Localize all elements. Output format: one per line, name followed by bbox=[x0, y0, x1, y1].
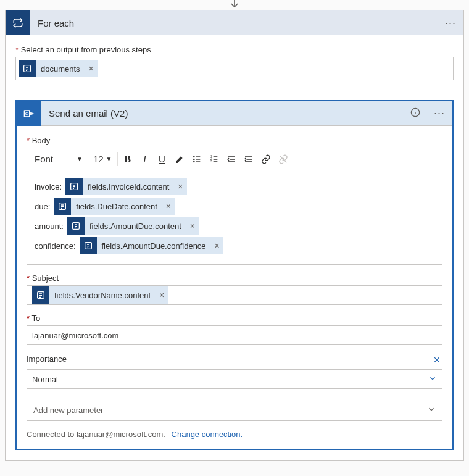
remove-token-button[interactable]: × bbox=[211, 241, 223, 251]
svg-point-4 bbox=[26, 112, 28, 114]
output-label: Select an output from previous steps bbox=[15, 45, 454, 54]
remove-token-button[interactable]: × bbox=[174, 182, 186, 191]
subject-label: Subject bbox=[27, 273, 442, 283]
indent-button[interactable] bbox=[240, 151, 257, 168]
dynamic-content-icon bbox=[32, 286, 49, 304]
remove-token-button[interactable]: × bbox=[162, 201, 175, 211]
loop-icon bbox=[6, 10, 30, 35]
bullet-list-button[interactable] bbox=[188, 151, 205, 168]
editor-toolbar: Font ▼ 12 ▼ B I U bbox=[27, 148, 442, 170]
italic-button[interactable]: I bbox=[136, 151, 154, 168]
link-button[interactable] bbox=[257, 151, 275, 168]
send-email-menu-button[interactable]: ··· bbox=[426, 107, 452, 120]
connection-status: Connected to lajanuar@microsoft.com. Cha… bbox=[27, 430, 442, 439]
body-content[interactable]: invoice: fields.InvoiceId.content × due: bbox=[27, 170, 442, 264]
send-email-title: Send an email (V2) bbox=[41, 108, 404, 119]
outdent-button[interactable] bbox=[223, 151, 240, 168]
token-invoice[interactable]: fields.InvoiceId.content × bbox=[65, 178, 186, 195]
token-amount[interactable]: fields.AmountDue.content × bbox=[67, 217, 199, 235]
dynamic-content-icon bbox=[80, 237, 97, 254]
send-email-header[interactable]: Send an email (V2) ··· bbox=[17, 101, 452, 126]
svg-point-8 bbox=[193, 161, 194, 162]
bold-button[interactable]: B bbox=[119, 151, 136, 168]
dynamic-content-icon bbox=[19, 60, 36, 77]
token-subject[interactable]: fields.VendorName.content × bbox=[32, 286, 168, 304]
remove-token-button[interactable]: × bbox=[85, 64, 98, 73]
unlink-button bbox=[275, 151, 292, 168]
for-each-header[interactable]: For each ··· bbox=[6, 10, 463, 35]
to-label: To bbox=[27, 314, 442, 323]
dynamic-content-icon bbox=[65, 178, 83, 195]
body-label: Body bbox=[27, 136, 442, 145]
add-parameter-dropdown[interactable]: Add new parameter bbox=[27, 399, 442, 421]
svg-text:3: 3 bbox=[210, 160, 212, 163]
svg-point-6 bbox=[193, 156, 194, 157]
outlook-icon bbox=[17, 101, 41, 126]
for-each-menu-button[interactable]: ··· bbox=[438, 17, 463, 30]
change-connection-link[interactable]: Change connection. bbox=[172, 430, 243, 439]
dynamic-content-icon bbox=[54, 198, 71, 215]
info-icon[interactable] bbox=[404, 107, 426, 119]
remove-token-button[interactable]: × bbox=[186, 221, 199, 231]
importance-label: Importance bbox=[27, 354, 67, 364]
output-input[interactable]: documents × bbox=[15, 57, 454, 80]
to-input[interactable]: lajanuar@microsoft.com bbox=[27, 325, 442, 345]
font-select[interactable]: Font ▼ bbox=[31, 154, 86, 164]
token-due[interactable]: fields.DueDate.content × bbox=[54, 198, 175, 215]
token-documents[interactable]: documents × bbox=[19, 60, 98, 77]
numbered-list-button[interactable]: 123 bbox=[205, 151, 223, 168]
body-editor: Font ▼ 12 ▼ B I U bbox=[27, 148, 442, 265]
font-size-select[interactable]: 12 ▼ bbox=[89, 154, 116, 164]
svg-point-7 bbox=[193, 159, 194, 159]
for-each-card: For each ··· Select an output from previ… bbox=[5, 10, 464, 461]
subject-input[interactable]: fields.VendorName.content × bbox=[27, 285, 442, 305]
send-email-card: Send an email (V2) ··· Body Font ▼ bbox=[15, 100, 454, 450]
chevron-down-icon bbox=[428, 374, 437, 385]
remove-importance-button[interactable]: × bbox=[431, 354, 442, 367]
highlight-button[interactable] bbox=[171, 151, 188, 168]
underline-button[interactable]: U bbox=[154, 151, 171, 168]
importance-dropdown[interactable]: Normal bbox=[27, 369, 442, 389]
chevron-down-icon bbox=[427, 405, 436, 415]
dynamic-content-icon bbox=[67, 217, 85, 235]
token-confidence[interactable]: fields.AmountDue.confidence × bbox=[80, 237, 223, 254]
remove-token-button[interactable]: × bbox=[156, 290, 168, 300]
for-each-title: For each bbox=[30, 18, 438, 28]
